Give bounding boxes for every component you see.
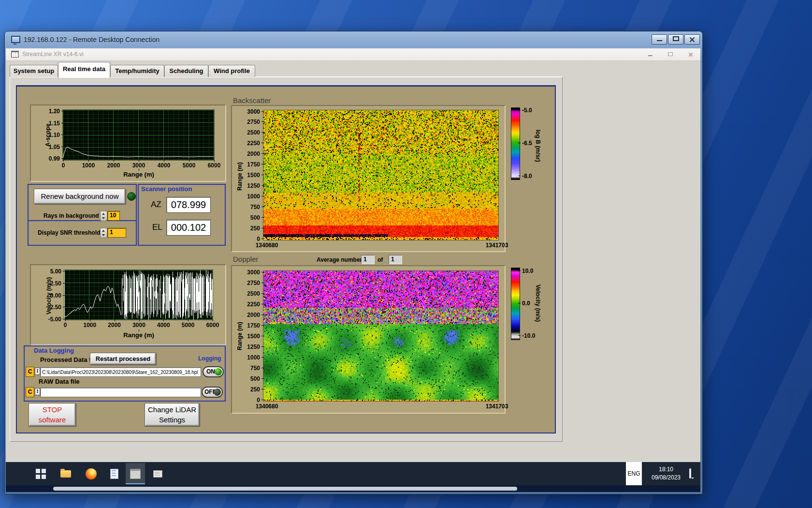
axis-tick-label: 1250 [239, 182, 260, 189]
processed-drive-selector[interactable]: C [26, 367, 34, 377]
rdp-close-button[interactable] [684, 34, 700, 45]
taskbar-clock[interactable]: 18:10 09/08/2023 [645, 465, 687, 482]
axis-tick-label: 250 [239, 386, 260, 393]
taskbar-item-firefox[interactable] [81, 463, 101, 484]
streamline-app-icon [130, 469, 141, 479]
axis-tick-label: 0.0 [522, 300, 530, 307]
raw-browse-icon[interactable] [35, 388, 40, 395]
taskbar-item-explorer[interactable] [56, 463, 75, 484]
axis-tick-label: 6000 [201, 322, 224, 329]
start-button[interactable] [31, 463, 50, 484]
processed-logging-toggle-on[interactable]: ON [203, 366, 224, 377]
axis-tick-label: 0 [54, 322, 77, 329]
raw-drive-selector[interactable]: C [26, 387, 34, 397]
axis-tick-label: -8.0 [522, 173, 532, 179]
axis-tick-label: -10.0 [522, 332, 535, 339]
vi-close-button[interactable] [684, 50, 697, 59]
rays-in-background-label: Rays in background [44, 212, 99, 220]
axis-tick-label: 1.10 [39, 132, 60, 138]
average-total-value[interactable]: 1 [389, 255, 402, 264]
axis-tick-label: 2000 [239, 150, 260, 157]
snr-spinner[interactable] [100, 228, 107, 238]
axis-tick-label: 1.20 [39, 108, 60, 115]
axis-tick-label: 1000 [77, 162, 100, 169]
doppler-start-time: 1340680 [250, 403, 284, 410]
axis-tick-label: 2250 [239, 301, 260, 308]
axis-tick-label: 6000 [203, 162, 226, 169]
axis-tick-label: 2000 [102, 162, 125, 169]
velocity-plot [64, 270, 213, 320]
tab-system-setup[interactable]: System setup [10, 65, 58, 77]
doppler-heatmap [263, 271, 498, 401]
language-indicator[interactable]: ENG [626, 462, 642, 485]
axis-tick-label: 500 [239, 214, 260, 221]
axis-tick-label: 2750 [239, 280, 260, 286]
on-knob [215, 368, 222, 375]
axis-tick-label: 1.05 [39, 144, 60, 150]
stop-line2: software [29, 415, 75, 425]
tab-temp-humidity[interactable]: Temp/humidity [110, 65, 164, 77]
backscatter-colorbar [511, 107, 520, 180]
axis-tick-label: 1.15 [39, 120, 60, 127]
scanner-position-box [138, 184, 226, 246]
data-logging-title: Data Logging [34, 347, 74, 355]
taskbar-item-streamline[interactable] [126, 463, 145, 484]
tab-scheduling[interactable]: Scheduling [164, 65, 208, 77]
processed-browse-icon[interactable] [35, 368, 40, 375]
axis-tick-label: 3000 [128, 322, 151, 329]
axis-tick-label: 3000 [127, 162, 150, 169]
restart-processed-file-button[interactable]: Restart processed file [90, 353, 156, 365]
raw-path-input[interactable] [40, 388, 201, 397]
horizontal-scrollbar[interactable] [53, 487, 517, 491]
axis-tick-label: 0 [239, 397, 260, 403]
vi-minimize-button[interactable] [644, 50, 656, 59]
axis-tick-label: 2000 [239, 312, 260, 318]
axis-tick-label: 750 [239, 204, 260, 210]
az-value: 078.999 [166, 197, 211, 213]
axis-tick-label: 2000 [103, 322, 126, 329]
rdp-minimize-button[interactable] [652, 34, 667, 45]
axis-tick-label: 3000 [239, 108, 260, 115]
vi-titlebar[interactable]: StreamLine XR v14-6.vi [6, 48, 700, 61]
rdp-titlebar[interactable]: 192.168.0.122 - Remote Desktop Connectio… [4, 31, 702, 48]
axis-tick-label: 2750 [239, 119, 260, 125]
axis-tick-label: 4000 [152, 322, 175, 329]
raw-data-file-label: RAW Data file [39, 378, 80, 386]
tab-wind-profile[interactable]: Wind profile [208, 65, 255, 77]
axis-tick-label: 1750 [239, 161, 260, 168]
change-lidar-settings-button[interactable]: Change LiDAR Settings [145, 403, 200, 426]
vi-maximize-button[interactable] [664, 50, 677, 59]
clock-date: 09/08/2023 [645, 474, 687, 482]
desktop: 192.168.0.122 - Remote Desktop Connectio… [0, 0, 812, 508]
raw-logging-toggle-off[interactable]: OFF [202, 387, 223, 398]
axis-tick-label: 750 [239, 365, 260, 372]
backscatter-colorbar-label: log B (m/sr) [535, 119, 541, 172]
tab-real-time-data[interactable]: Real time data [58, 62, 110, 78]
average-number-label: Average number [317, 256, 362, 264]
file-explorer-icon [60, 470, 71, 478]
doppler-title: Doppler [233, 255, 259, 264]
renew-background-button[interactable]: Renew background now [34, 189, 126, 204]
rdp-maximize-button[interactable] [668, 34, 683, 45]
axis-tick-label: 500 [239, 375, 260, 382]
average-number-value[interactable]: 1 [361, 255, 375, 264]
taskbar-item-document[interactable] [104, 463, 124, 484]
taskbar-item-scan-scheduler[interactable] [148, 463, 167, 484]
stop-software-button[interactable]: STOP software [29, 403, 76, 426]
settings-line1: Change LiDAR [145, 404, 199, 415]
scanner-position-title: Scanner position [141, 185, 192, 193]
renew-led-indicator [127, 192, 136, 201]
backscatter-end-time: 1341703 [480, 242, 514, 249]
processed-data-file-label: Processed Data file [40, 356, 98, 364]
processed-path-input[interactable] [40, 367, 201, 377]
settings-line2: Settings [145, 415, 199, 425]
rays-spinner[interactable] [100, 211, 107, 221]
snr-value-field[interactable]: 1 [107, 228, 126, 238]
axis-tick-label: 5000 [176, 322, 200, 329]
axis-tick-label: 2250 [239, 140, 260, 147]
rays-value-field[interactable]: 10 [107, 211, 120, 221]
backscatter-start-time: 1340680 [250, 242, 284, 249]
action-center-icon[interactable] [689, 468, 691, 478]
firefox-icon [86, 468, 97, 479]
axis-tick-label: 1500 [239, 172, 260, 179]
